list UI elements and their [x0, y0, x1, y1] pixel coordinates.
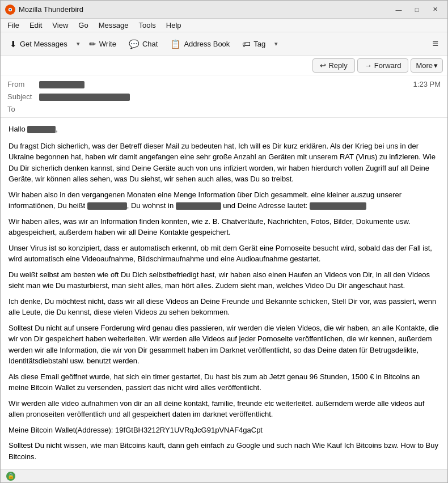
- paragraph-9: Wir werden alle video aufnahmen von dir …: [9, 398, 439, 420]
- email-body-container[interactable]: Hallo , Du fragst Dich sicherlich, was d…: [1, 118, 447, 469]
- subject-redacted: [39, 94, 130, 101]
- paragraph-6: Ich denke, Du möchtest nicht, dass wir a…: [9, 296, 439, 318]
- menu-go[interactable]: Go: [74, 20, 92, 31]
- name-redacted: [87, 202, 127, 210]
- menu-file[interactable]: File: [3, 20, 24, 31]
- close-button[interactable]: ✕: [427, 4, 443, 15]
- forward-label: Forward: [374, 61, 401, 70]
- paragraph-1: Du fragst Dich sicherlich, was der Betre…: [9, 141, 439, 185]
- write-icon: ✏: [89, 39, 96, 49]
- email-header: ↩ Reply → Forward More ▾ From 1:23 PM: [1, 56, 447, 118]
- address-book-label: Address Book: [184, 40, 230, 48]
- window-controls: — □ ✕: [391, 4, 443, 15]
- chat-button[interactable]: 💬 Chat: [123, 36, 163, 52]
- reply-icon: ↩: [320, 61, 326, 70]
- write-button[interactable]: ✏ Write: [83, 36, 122, 52]
- address-book-icon: 📋: [170, 39, 181, 49]
- tag-button[interactable]: 🏷 Tag: [236, 36, 271, 52]
- menu-message[interactable]: Message: [94, 20, 133, 31]
- reply-button[interactable]: ↩ Reply: [312, 58, 354, 73]
- app-icon: [5, 5, 15, 15]
- paragraph-2: Wir haben also in den vergangenen Monate…: [9, 189, 439, 211]
- paragraph-7: Solltest Du nicht auf unsere Forderung w…: [9, 323, 439, 367]
- address-book-button[interactable]: 📋 Address Book: [164, 36, 235, 52]
- paragraph-bitcoin: Meine Bitcoin Wallet(Addresse): 19fGtBH3…: [9, 425, 439, 436]
- city-redacted: [176, 202, 221, 210]
- security-status-icon: 🔒: [6, 472, 15, 481]
- hamburger-menu-button[interactable]: ≡: [426, 35, 444, 53]
- subject-value: [39, 92, 441, 100]
- from-redacted: [39, 81, 84, 88]
- menu-view[interactable]: View: [48, 20, 73, 31]
- get-messages-label: Get Messages: [20, 40, 67, 48]
- greeting-name-redacted: [27, 126, 56, 133]
- subject-label: Subject: [7, 92, 39, 101]
- chat-icon: 💬: [129, 39, 140, 49]
- menu-bar: File Edit View Go Message Tools Help: [1, 19, 447, 32]
- from-label: From: [7, 80, 39, 88]
- email-time: 1:23 PM: [413, 80, 441, 88]
- email-meta: From 1:23 PM Subject To: [1, 75, 447, 117]
- thunderbird-window: Mozilla Thunderbird — □ ✕ File Edit View…: [0, 0, 448, 483]
- tag-icon: 🏷: [242, 39, 251, 49]
- reply-label: Reply: [328, 61, 347, 70]
- get-messages-button[interactable]: ⬇ Get Messages: [4, 36, 73, 52]
- tag-dropdown[interactable]: ▾: [272, 37, 280, 50]
- to-label: To: [7, 105, 39, 113]
- address-redacted: [310, 202, 366, 210]
- maximize-button[interactable]: □: [409, 4, 425, 15]
- more-chevron-icon: ▾: [434, 61, 438, 70]
- title-bar: Mozilla Thunderbird — □ ✕: [1, 1, 447, 19]
- write-label: Write: [99, 40, 116, 48]
- forward-icon: →: [365, 61, 372, 70]
- get-messages-icon: ⬇: [10, 39, 17, 49]
- minimize-button[interactable]: —: [391, 4, 407, 15]
- more-label: More: [416, 61, 433, 70]
- menu-help[interactable]: Help: [162, 20, 186, 31]
- paragraph-5: Du weißt selbst am besten wie oft Du Dic…: [9, 269, 439, 291]
- more-button[interactable]: More ▾: [411, 58, 443, 73]
- paragraph-4: Unser Virus ist so konzipiert, dass er a…: [9, 243, 439, 265]
- menu-edit[interactable]: Edit: [25, 20, 47, 31]
- get-messages-dropdown[interactable]: ▾: [74, 37, 82, 50]
- from-value: [39, 79, 413, 88]
- email-actions: ↩ Reply → Forward More ▾: [1, 56, 447, 75]
- chat-label: Chat: [142, 40, 158, 48]
- paragraph-3: Wir haben alles, was wir an Information …: [9, 216, 439, 238]
- paragraph-wallet: Solltest Du nicht wissen, wie man Bitcoi…: [9, 440, 439, 462]
- from-row: From 1:23 PM: [7, 78, 441, 90]
- svg-point-2: [9, 9, 11, 10]
- menu-tools[interactable]: Tools: [134, 20, 160, 31]
- subject-row: Subject: [7, 90, 441, 103]
- paragraph-8: Als diese Email geöffnet wurde, hat sich…: [9, 371, 439, 393]
- to-row: To: [7, 103, 441, 115]
- forward-button[interactable]: → Forward: [357, 58, 409, 73]
- tag-label: Tag: [253, 40, 265, 48]
- email-body: Hallo , Du fragst Dich sicherlich, was d…: [9, 124, 439, 469]
- window-title: Mozilla Thunderbird: [19, 5, 391, 14]
- greeting: Hallo ,: [9, 124, 439, 135]
- toolbar: ⬇ Get Messages ▾ ✏ Write 💬 Chat 📋 Addres…: [1, 32, 447, 56]
- status-bar: 🔒: [1, 469, 447, 482]
